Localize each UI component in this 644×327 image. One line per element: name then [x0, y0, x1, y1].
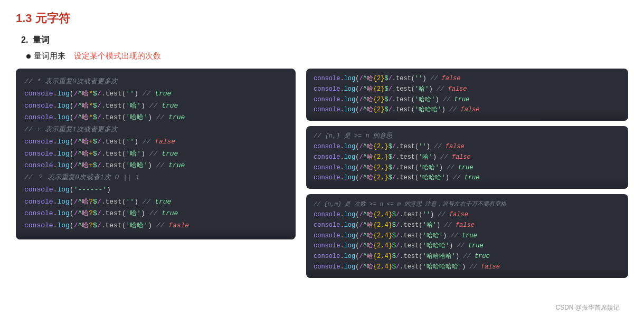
code-line: console.log(/^哈{2}$/.test('') // false	[314, 74, 621, 84]
code-line: // {n,} 是 >= n 的意思	[314, 131, 621, 142]
code-line: // {n,m} 是 次数 >= n <= m 的意思 注意，逗号左右千万不要有…	[314, 199, 621, 210]
code-layout: // * 表示重复0次或者更多次console.log(/^哈*$/.test(…	[16, 69, 628, 278]
code-line: // ？ 表示重复0次或者1次 0 || 1	[24, 172, 287, 184]
code-line: console.log(/^哈{2,4}$/.test('哈哈哈哈哈') // …	[314, 262, 621, 273]
code-line: console.log(/^哈?$/.test('') // true	[24, 196, 287, 208]
page-wrapper: 1.3 元字符 2. 量词 量词用来 设定某个模式出现的次数 // * 表示重复…	[16, 11, 628, 316]
code-line: console.log(/^哈?$/.test('哈哈') // fasle	[24, 220, 287, 232]
code-line: console.log(/^哈{2,4}$/.test('哈哈哈') // tr…	[314, 241, 621, 252]
code-line: console.log(/^哈{2}$/.test('哈哈') // true	[314, 95, 621, 105]
code-line: console.log(/^哈+$/.test('哈哈') // true	[24, 160, 287, 172]
code-line: console.log(/^哈*$/.test('') // true	[24, 88, 287, 100]
code-line: console.log(/^哈{2,4}$/.test('哈哈') // tru…	[314, 231, 621, 242]
code-line: console.log(/^哈{2,4}$/.test('哈哈哈哈') // t…	[314, 252, 621, 262]
code-line: console.log('------')	[24, 184, 287, 196]
code-line: console.log(/^哈{2,}$/.test('哈哈') // true	[314, 163, 621, 174]
right-bot-code-box: // {n,m} 是 次数 >= n <= m 的意思 注意，逗号左右千万不要有…	[306, 194, 628, 278]
watermark: CSDN @振华首席娱记	[555, 303, 620, 312]
right-top-code-box: console.log(/^哈{2}$/.test('') // falseco…	[306, 69, 628, 121]
code-line: console.log(/^哈+$/.test('') // false	[24, 136, 287, 148]
code-line: console.log(/^哈{2,}$/.test('') // false	[314, 142, 621, 152]
bullet-point: 量词用来 设定某个模式出现的次数	[26, 51, 628, 61]
code-line: console.log(/^哈{2,}$/.test('哈') // false	[314, 152, 621, 163]
code-line: console.log(/^哈{2,4}$/.test('') // false	[314, 210, 621, 220]
code-line: console.log(/^哈{2}$/.test('哈哈哈') // fals…	[314, 105, 621, 116]
left-code-box: // * 表示重复0次或者更多次console.log(/^哈*$/.test(…	[16, 69, 296, 239]
right-column: console.log(/^哈{2}$/.test('') // falseco…	[306, 69, 628, 278]
bullet-dot	[26, 54, 31, 59]
code-line: // + 表示重复1次或者更多次	[24, 124, 287, 136]
code-line: console.log(/^哈{2}$/.test('哈') // false	[314, 84, 621, 95]
code-line: console.log(/^哈?$/.test('哈') // true	[24, 208, 287, 220]
code-line: console.log(/^哈{2,}$/.test('哈哈哈') // tru…	[314, 173, 621, 184]
left-column: // * 表示重复0次或者更多次console.log(/^哈*$/.test(…	[16, 69, 296, 278]
code-line: console.log(/^哈+$/.test('哈') // true	[24, 148, 287, 160]
code-line: console.log(/^哈*$/.test('哈') // true	[24, 100, 287, 112]
right-mid-code-box: // {n,} 是 >= n 的意思console.log(/^哈{2,}$/.…	[306, 126, 628, 189]
section-number: 2. 量词	[21, 35, 628, 46]
code-line: console.log(/^哈*$/.test('哈哈') // true	[24, 112, 287, 124]
page-title: 1.3 元字符	[16, 11, 628, 26]
code-line: console.log(/^哈{2,4}$/.test('哈') // fals…	[314, 220, 621, 231]
code-line: // * 表示重复0次或者更多次	[24, 76, 287, 88]
